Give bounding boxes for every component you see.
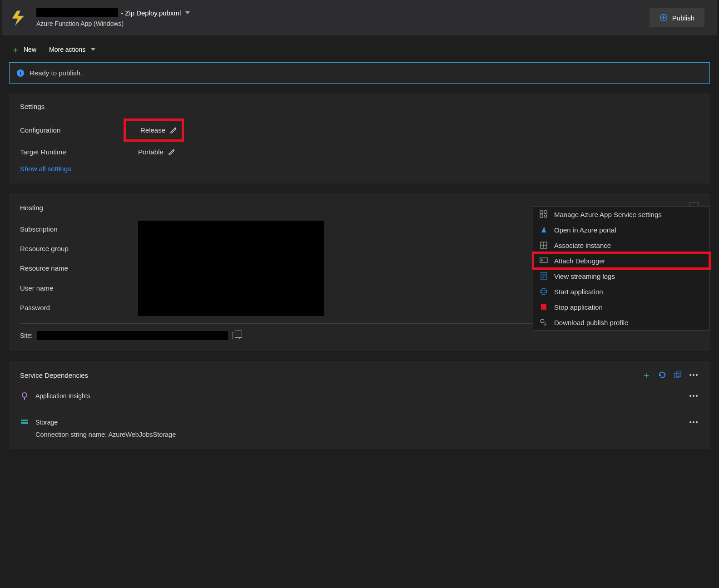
monitor-play-icon (540, 257, 548, 265)
profile-subtitle: Azure Function App (Windows) (36, 20, 641, 27)
dependency-app-insights: Application Insights ••• (20, 391, 699, 401)
resource-group-label: Resource group (20, 245, 138, 252)
resource-name-label: Resource name (20, 264, 138, 272)
ctx-associate-instance[interactable]: Associate instance (533, 237, 709, 253)
publish-upload-icon (659, 14, 668, 22)
ctx-download-publish-profile[interactable]: Download publish profile (533, 315, 709, 330)
more-actions-dropdown[interactable]: More actions (49, 46, 95, 53)
chevron-down-icon (185, 11, 190, 14)
redacted-profile-name (36, 8, 118, 17)
settings-title: Settings (20, 103, 699, 110)
ctx-attach-debugger[interactable]: Attach Debugger (533, 253, 709, 268)
app-insights-label: Application Insights (35, 392, 90, 400)
svg-rect-14 (541, 304, 546, 310)
storage-more-button[interactable]: ••• (689, 417, 699, 427)
publish-button[interactable]: Publish (650, 8, 704, 27)
azure-icon (540, 226, 548, 234)
svg-rect-16 (674, 373, 679, 378)
app-insights-icon (20, 391, 29, 400)
hosting-context-menu: Manage Azure App Service settings Open i… (533, 206, 710, 331)
svg-point-4 (544, 215, 547, 217)
svg-point-15 (540, 319, 544, 323)
hosting-panel: Hosting ••• Manage Azure App Service set… (9, 193, 710, 351)
hosting-title: Hosting (20, 204, 43, 212)
service-dependencies-panel: Service Dependencies ＋ ••• Application I… (9, 361, 710, 449)
publish-toolbar: ＋ New More actions (2, 37, 717, 62)
ctx-manage-app-settings[interactable]: Manage Azure App Service settings (533, 207, 709, 222)
svg-rect-3 (540, 215, 543, 217)
user-name-label: User name (20, 284, 138, 292)
app-insights-more-button[interactable]: ••• (689, 391, 699, 401)
configuration-value-highlight: Release (124, 119, 184, 142)
subscription-label: Subscription (20, 225, 138, 233)
dependencies-more-button[interactable]: ••• (689, 370, 699, 380)
profile-suffix: - Zip Deploy.pubxml (121, 9, 181, 17)
copy-site-url-button[interactable] (233, 332, 240, 339)
ctx-label: Stop application (554, 303, 603, 311)
plus-icon: ＋ (11, 45, 20, 54)
storage-connection-string: Connection string name: AzureWebJobsStor… (35, 431, 699, 438)
dependencies-title: Service Dependencies (20, 371, 88, 379)
redacted-site-url (37, 331, 228, 340)
globe-grid-icon (540, 241, 548, 249)
globe-start-icon (540, 287, 548, 296)
ctx-open-azure-portal[interactable]: Open in Azure portal (533, 222, 709, 237)
ctx-label: View streaming logs (554, 272, 615, 280)
svg-rect-8 (540, 258, 547, 262)
download-gear-icon (540, 318, 548, 326)
ctx-view-streaming-logs[interactable]: View streaming logs (533, 268, 709, 284)
svg-rect-17 (676, 372, 681, 376)
configuration-value: Release (140, 126, 165, 134)
chevron-down-icon (91, 48, 95, 51)
restore-dependencies-button[interactable] (674, 371, 682, 379)
add-dependency-button[interactable]: ＋ (642, 371, 651, 380)
status-bar: i Ready to publish. (9, 62, 710, 84)
ctx-label: Start application (554, 288, 603, 296)
ctx-label: Associate instance (554, 242, 611, 249)
ctx-start-application[interactable]: Start application (533, 284, 709, 299)
ctx-stop-application[interactable]: Stop application (533, 299, 709, 315)
status-text: Ready to publish. (30, 69, 82, 77)
svg-rect-21 (21, 422, 28, 424)
new-label: New (24, 46, 36, 53)
ctx-label: Download publish profile (554, 319, 628, 326)
svg-point-13 (540, 288, 547, 295)
azure-functions-icon (11, 9, 28, 26)
configuration-label: Configuration (20, 126, 138, 134)
site-label: Site: (20, 332, 33, 339)
refresh-dependencies-button[interactable] (658, 371, 666, 379)
target-runtime-value: Portable (138, 148, 164, 156)
svg-rect-20 (21, 420, 28, 421)
password-label: Password (20, 304, 138, 311)
storage-icon (20, 418, 29, 427)
settings-grid-icon (540, 210, 548, 218)
ctx-label: Manage Azure App Service settings (554, 211, 662, 218)
redacted-hosting-values (138, 221, 324, 316)
publish-profile-dropdown[interactable]: - Zip Deploy.pubxml (36, 8, 641, 17)
target-runtime-label: Target Runtime (20, 148, 138, 156)
ctx-label: Attach Debugger (554, 257, 605, 265)
stop-icon (540, 303, 548, 311)
edit-configuration-button[interactable] (170, 127, 177, 134)
edit-target-runtime-button[interactable] (168, 148, 175, 156)
publish-header: - Zip Deploy.pubxml Azure Function App (… (2, 0, 717, 37)
storage-label: Storage (35, 419, 58, 426)
ctx-label: Open in Azure portal (554, 226, 616, 234)
svg-rect-2 (544, 211, 547, 213)
dependency-storage: Storage ••• (20, 417, 699, 427)
publish-button-label: Publish (672, 14, 694, 22)
new-profile-button[interactable]: ＋ New (11, 45, 36, 54)
show-all-settings-link[interactable]: Show all settings (20, 165, 699, 173)
svg-point-18 (22, 393, 27, 397)
info-icon: i (17, 69, 24, 77)
more-actions-label: More actions (49, 46, 85, 53)
log-file-icon (540, 272, 548, 280)
svg-rect-1 (540, 211, 543, 213)
settings-panel: Settings Configuration Release Target Ru… (9, 94, 710, 183)
